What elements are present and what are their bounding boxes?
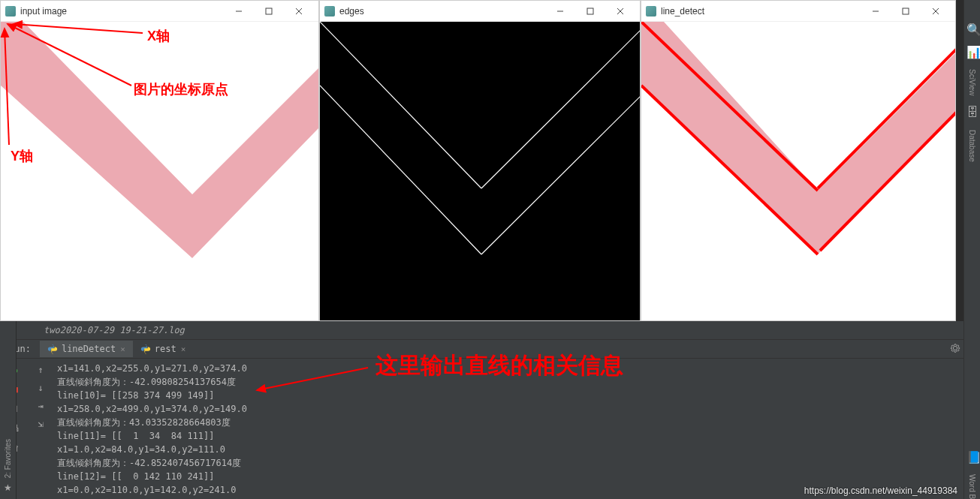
console-line: x1=1.0,x2=84.0,y1=34.0,y2=111.0 [57,443,974,456]
minimize-button[interactable] [545,2,575,20]
gear-icon [950,343,960,353]
titlebar-lines[interactable]: line_detect [641,1,955,22]
database-label[interactable]: Database [968,130,976,162]
favorites-label[interactable]: 2: Favorites [4,439,12,478]
maximize-button[interactable] [254,2,284,20]
app-icon [324,6,335,17]
minimize-button[interactable] [224,2,254,20]
console-line: 直线倾斜角度为：-42.852407456717614度 [57,456,974,470]
window-title: line_detect [661,6,704,17]
maximize-button[interactable] [575,2,605,20]
watermark: https://blog.csdn.net/weixin_44919384 [804,485,957,496]
python-icon [47,344,58,354]
console-line: 直线倾斜角度为：43.03352828664803度 [57,416,974,429]
search-icon[interactable]: 🔍 [966,23,978,35]
svg-rect-1 [266,8,272,14]
annotation-origin: 图片的坐标原点 [134,80,228,98]
window-line-detect: line_detect [641,0,956,321]
file-hint: two2020-07-29 19-21-27.log [44,325,185,335]
down-button[interactable]: ↓ [34,381,47,395]
window-edges: edges [319,0,641,321]
console-line: line[12]= [[ 0 142 110 241]] [57,470,974,483]
close-button[interactable] [284,2,314,20]
window-title: edges [339,6,364,17]
left-sidebar: 2: Favorites ★ [0,321,17,499]
right-sidebar: 🔍 📊 SciView 🗄 Database 📘 Word B [963,0,980,499]
wordbox-icon[interactable]: 📘 [966,450,978,462]
scroll-button[interactable]: ⇲ [34,417,47,431]
up-button[interactable]: ↑ [34,363,47,377]
svg-rect-6 [587,8,593,14]
ide-panel: two2020-07-29 19-21-27.log if __name__ =… [0,321,980,499]
wordbox-label[interactable]: Word B [968,474,976,499]
close-button[interactable] [605,2,635,20]
window-title: input image [20,6,67,17]
close-button[interactable] [921,2,951,20]
app-icon [5,6,16,17]
console-line: line[10]= [[258 374 499 149]] [57,389,974,402]
console-line: x1=258.0,x2=499.0,y1=374.0,y2=149.0 [57,402,974,416]
run-gutter-right: ↑ ↓ ⇥ ⇲ [30,359,51,499]
tab-rest[interactable]: rest × [133,341,194,357]
close-icon[interactable]: × [120,344,125,354]
titlebar-edges[interactable]: edges [320,1,640,22]
svg-rect-10 [903,8,909,14]
titlebar-input[interactable]: input image [1,1,318,22]
canvas-edges [320,22,640,320]
tab-label: lineDetect [62,344,116,354]
annotation-y-axis: Y轴 [11,147,33,165]
sciview-label[interactable]: SciView [968,69,976,95]
soft-wrap-button[interactable]: ⇥ [34,399,47,413]
tab-label: rest [155,344,176,354]
database-icon[interactable]: 🗄 [966,106,978,118]
console-line: line[11]= [[ 1 34 84 111]] [57,429,974,443]
app-icon [646,6,656,17]
star-icon[interactable]: ★ [4,482,12,493]
sciview-icon[interactable]: 📊 [966,45,978,57]
window-input-image: input image [0,0,319,321]
svg-marker-13 [641,22,955,254]
tab-linedetect[interactable]: lineDetect × [40,341,133,357]
canvas-input [1,22,318,320]
svg-marker-4 [1,22,318,258]
close-icon[interactable]: × [181,344,186,354]
annotation-x-axis: X轴 [147,27,170,45]
minimize-button[interactable] [861,2,891,20]
maximize-button[interactable] [891,2,921,20]
python-icon [140,344,151,354]
canvas-lines [641,22,955,320]
annotation-output-info: 这里输出直线的相关信息 [375,350,623,381]
